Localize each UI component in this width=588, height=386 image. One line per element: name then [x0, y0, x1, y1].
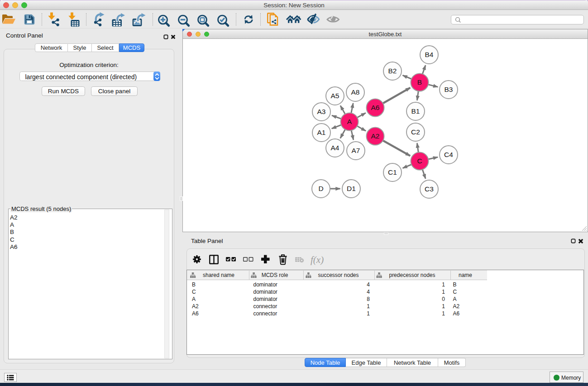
svg-text:B: B — [417, 78, 422, 86]
svg-text:predecessor nodes: predecessor nodes — [389, 272, 435, 278]
svg-text:C3: C3 — [425, 185, 434, 193]
svg-text:D: D — [318, 185, 323, 192]
svg-text:connector: connector — [253, 303, 277, 310]
svg-text:4: 4 — [367, 281, 370, 288]
svg-text:D1: D1 — [347, 185, 356, 192]
svg-text:f(x): f(x) — [311, 254, 324, 265]
svg-text:C: C — [453, 289, 457, 295]
svg-text:A8: A8 — [351, 88, 360, 96]
svg-text:dominator: dominator — [253, 281, 277, 288]
svg-text:B2: B2 — [388, 67, 397, 75]
svg-text:8: 8 — [367, 296, 370, 302]
svg-text:B1: B1 — [411, 107, 420, 115]
svg-text:B3: B3 — [445, 86, 453, 93]
svg-text:1: 1 — [367, 310, 370, 317]
svg-text:B4: B4 — [425, 51, 434, 58]
svg-text:0: 0 — [442, 296, 445, 302]
svg-text:A2: A2 — [192, 303, 199, 310]
svg-text:A: A — [347, 118, 352, 125]
svg-text:1: 1 — [442, 303, 445, 310]
svg-text:A: A — [192, 296, 196, 302]
svg-text:B: B — [453, 281, 457, 288]
svg-text:C4: C4 — [444, 151, 453, 158]
svg-text:dominator: dominator — [253, 296, 277, 302]
svg-text:1: 1 — [367, 303, 370, 310]
svg-text:C: C — [417, 157, 422, 165]
svg-text:C1: C1 — [388, 168, 397, 176]
svg-text:A3: A3 — [317, 108, 326, 115]
svg-text:A5: A5 — [331, 92, 339, 100]
svg-text:name: name — [459, 272, 472, 278]
svg-text:1: 1 — [442, 289, 445, 295]
svg-text:A6: A6 — [192, 310, 199, 317]
svg-text:A2: A2 — [453, 303, 460, 310]
svg-text:A6: A6 — [371, 104, 380, 111]
svg-text:shared name: shared name — [203, 272, 234, 278]
svg-text:A1: A1 — [317, 129, 326, 136]
svg-text:C: C — [192, 289, 196, 295]
svg-text:1: 1 — [442, 281, 445, 288]
svg-text:successor nodes: successor nodes — [318, 272, 359, 278]
svg-text:4: 4 — [367, 289, 370, 295]
svg-text:C2: C2 — [411, 128, 420, 136]
svg-text:A2: A2 — [371, 132, 380, 140]
svg-text:dominator: dominator — [253, 289, 277, 295]
svg-text:A4: A4 — [331, 144, 339, 152]
svg-text:A7: A7 — [352, 147, 360, 154]
svg-text:A6: A6 — [453, 310, 460, 317]
svg-text:A: A — [453, 296, 457, 302]
svg-text:connector: connector — [253, 310, 277, 317]
svg-text:MCDS role: MCDS role — [262, 272, 288, 278]
svg-text:B: B — [192, 281, 196, 288]
svg-text:1: 1 — [442, 310, 445, 317]
